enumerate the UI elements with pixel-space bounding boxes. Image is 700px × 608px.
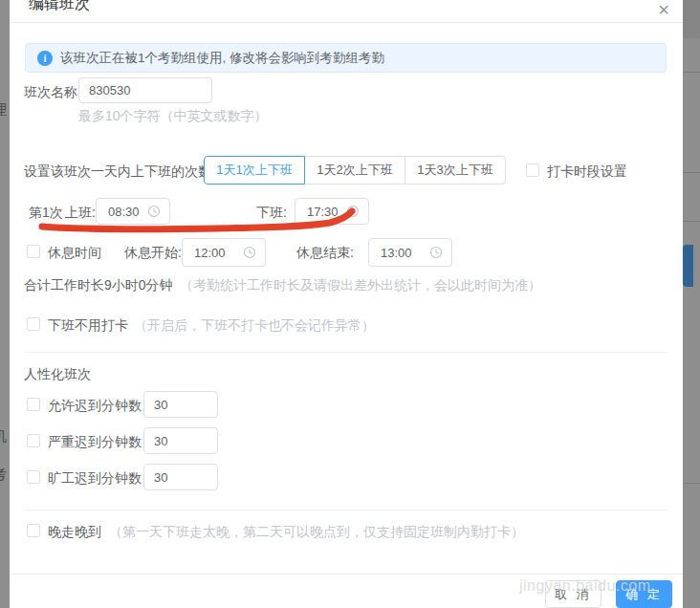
allow-late-label: 允许迟到分钟数 <box>48 398 142 415</box>
no-punch-off-label: 下班不用打卡 <box>48 317 128 335</box>
background-row-line <box>683 72 700 73</box>
serious-late-label: 严重迟到分钟数 <box>48 434 142 451</box>
header-divider <box>10 22 683 23</box>
clock-icon <box>147 205 161 218</box>
rest-end-value: 13:00 <box>381 246 412 260</box>
rest-start-value: 12:00 <box>194 246 226 260</box>
humanized-section-title: 人性化班次 <box>24 366 91 383</box>
rest-end-time-input[interactable]: 13:00 <box>368 238 452 267</box>
clock-icon <box>243 246 256 259</box>
clock-icon <box>346 205 360 218</box>
background-row-line <box>683 483 700 484</box>
rest-start-time-input[interactable]: 12:00 <box>182 238 266 267</box>
tab-three-shifts[interactable]: 1天3次上下班 <box>405 156 506 185</box>
late-leave-label: 晚走晚到 <box>48 524 101 541</box>
dialog-title: 编辑班次 <box>29 0 90 14</box>
allow-late-minutes-input[interactable] <box>143 391 218 418</box>
absent-late-checkbox[interactable] <box>27 470 40 484</box>
screen: 理 机 考 编辑班次 × i 该班次正在被1个考勤组使用, 修改将会影响到考勤组… <box>0 0 700 608</box>
tab-two-shifts[interactable]: 1天2次上下班 <box>304 156 405 185</box>
cancel-button[interactable]: 取 消 <box>545 580 602 608</box>
work-duration-text: 合计工作时长9小时0分钟 <box>24 277 173 294</box>
dimmed-background-left: 理 机 考 <box>0 0 10 608</box>
banner-text: 该班次正在被1个考勤组使用, 修改将会影响到考勤组考勤 <box>60 50 384 67</box>
background-text-fragment: 理 <box>0 102 7 117</box>
serious-late-checkbox[interactable] <box>27 434 40 447</box>
edit-shift-dialog: 编辑班次 × i 该班次正在被1个考勤组使用, 修改将会影响到考勤组考勤 班次名… <box>10 0 683 608</box>
background-row-line <box>683 221 700 222</box>
rest-time-label: 休息时间 <box>48 245 101 262</box>
clock-out-label: 下班: <box>256 205 287 222</box>
rest-start-label: 休息开始: <box>124 245 182 262</box>
serious-late-minutes-input[interactable] <box>143 427 218 454</box>
usage-warning-banner: i 该班次正在被1个考勤组使用, 修改将会影响到考勤组考勤 <box>25 43 667 73</box>
clock-in-label: 上班: <box>65 205 96 222</box>
close-icon[interactable]: × <box>658 0 669 19</box>
tab-one-shift[interactable]: 1天1次上下班 <box>204 156 305 185</box>
clock-icon <box>429 246 443 259</box>
background-text-fragment: 机 <box>0 428 7 443</box>
background-band <box>683 0 700 38</box>
rest-end-label: 休息结束: <box>296 245 354 262</box>
footer-divider <box>10 574 683 575</box>
work-duration-note: （考勤统计工作时长及请假出差外出统计，会以此时间为准） <box>180 277 541 294</box>
late-leave-checkbox[interactable] <box>27 524 40 537</box>
background-table-fragment <box>683 245 693 287</box>
clock-in-time-input[interactable]: 08:30 <box>96 198 170 225</box>
clock-out-time-value: 17:30 <box>307 205 339 219</box>
shift-name-label: 班次名称 <box>24 84 77 101</box>
no-punch-off-checkbox[interactable] <box>27 317 40 331</box>
late-leave-note: （第一天下班走太晚，第二天可以晚点到，仅支持固定班制内勤打卡） <box>109 524 524 541</box>
clock-in-time-value: 08:30 <box>108 205 140 219</box>
punch-period-checkbox[interactable] <box>526 163 539 177</box>
background-row-line <box>683 172 700 173</box>
shift-index-label: 第1次 <box>29 205 63 222</box>
allow-late-checkbox[interactable] <box>27 398 40 411</box>
absent-late-minutes-input[interactable] <box>143 464 218 490</box>
absent-late-label: 旷工迟到分钟数 <box>48 470 142 488</box>
divider <box>25 352 667 353</box>
no-punch-off-note: （开启后，下班不打卡也不会记作异常） <box>134 317 375 335</box>
shift-name-input[interactable] <box>78 77 212 103</box>
clock-out-time-input[interactable]: 17:30 <box>295 198 369 225</box>
times-tab-group: 1天1次上下班 1天2次上下班 1天3次上下班 <box>204 156 506 185</box>
dimmed-background-right <box>683 0 700 608</box>
info-icon: i <box>37 51 53 66</box>
divider <box>25 510 667 510</box>
background-text-fragment: 考 <box>0 467 7 481</box>
rest-time-checkbox[interactable] <box>27 245 40 258</box>
punch-period-label: 打卡时段设置 <box>547 163 627 181</box>
shift-name-hint: 最多10个字符（中英文或数字） <box>78 108 268 125</box>
confirm-button[interactable]: 确 定 <box>616 580 672 608</box>
times-section-label: 设置该班次一天内上下班的次数 <box>24 163 211 181</box>
